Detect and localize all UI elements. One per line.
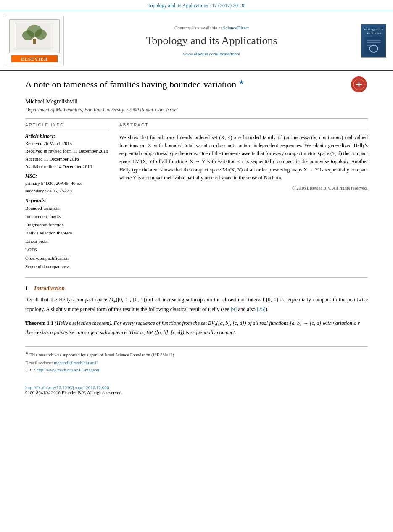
history-received: Received 26 March 2015 bbox=[25, 140, 109, 147]
keyword-2: Independent family bbox=[25, 213, 109, 221]
journal-url: www.elsevier.com/locate/topol bbox=[183, 51, 240, 56]
divider-after-abstract bbox=[25, 277, 368, 278]
elsevier-logo-image bbox=[9, 19, 60, 53]
introduction-section: 1. Introduction Recall that the Helly's … bbox=[25, 285, 368, 338]
history-label: Article history: bbox=[25, 134, 109, 139]
theorem-paren: (Helly's selection theorem). bbox=[55, 320, 112, 326]
title-row: A note on tameness of families having bo… bbox=[25, 79, 368, 95]
section-number: 1. Introduction bbox=[25, 285, 368, 292]
msc-primary: primary 54D30, 26A45, 46-xx bbox=[25, 180, 109, 187]
cover-title-text: Topology and its Applications bbox=[363, 28, 384, 35]
star-marker: ★ bbox=[25, 351, 29, 355]
theorem-1-1: Theorem 1.1 (Helly's selection theorem).… bbox=[25, 319, 368, 338]
journal-header: ELSEVIER Contents lists available at Sci… bbox=[0, 11, 393, 71]
elsevier-label-area: ELSEVIER bbox=[11, 55, 58, 62]
keyword-8: Sequential compactness bbox=[25, 263, 109, 271]
email-link[interactable]: megereli@math.biu.ac.il bbox=[54, 361, 98, 365]
keyword-5: Linear order bbox=[25, 237, 109, 246]
elsevier-stripe: ELSEVIER bbox=[11, 55, 58, 62]
msc-label: MSC: bbox=[25, 174, 109, 179]
msc-secondary: secondary 54F05, 26A48 bbox=[25, 187, 109, 195]
keyword-1: Bounded variation bbox=[25, 204, 109, 213]
keyword-7: Order-compactification bbox=[25, 254, 109, 263]
abstract-column: ABSTRACT We show that for arbitrary line… bbox=[119, 123, 368, 271]
journal-main-title: Topology and its Applications bbox=[146, 34, 277, 47]
footnote-area: ★ This research was supported by a grant… bbox=[25, 346, 368, 374]
elsevier-logo-area: ELSEVIER bbox=[5, 16, 64, 66]
author-affiliation: Department of Mathematics, Bar-Ilan Univ… bbox=[25, 107, 368, 113]
url-link[interactable]: http://www.math.biu.ac.il/~megereli bbox=[37, 368, 101, 372]
intro-paragraph-1: Recall that the Helly's compact space M+… bbox=[25, 295, 368, 313]
issn-line: 0166-8641/© 2016 Elsevier B.V. All right… bbox=[25, 390, 368, 395]
keywords-list: Bounded variation Independent family Fra… bbox=[25, 204, 109, 271]
svg-point-2 bbox=[22, 30, 34, 40]
theorem-label: Theorem 1.1 bbox=[25, 320, 53, 326]
keyword-4: Helly's selection theorem bbox=[25, 229, 109, 237]
divider-after-author bbox=[25, 118, 368, 119]
contents-line: Contents lists available at ScienceDirec… bbox=[174, 25, 249, 30]
history-accepted: Accepted 11 December 2016 bbox=[25, 155, 109, 163]
history-available: Available online 14 December 2016 bbox=[25, 163, 109, 170]
elsevier-name: ELSEVIER bbox=[21, 56, 48, 61]
info-abstract-columns: ARTICLE INFO Article history: Received 2… bbox=[25, 123, 368, 271]
svg-point-3 bbox=[35, 29, 47, 40]
journal-center: Contents lists available at ScienceDirec… bbox=[71, 16, 353, 66]
crossmark-icon bbox=[351, 76, 367, 92]
sciencedirect-link[interactable]: ScienceDirect bbox=[223, 25, 249, 30]
doi-link[interactable]: http://dx.doi.org/10.1016/j.topol.2016.1… bbox=[25, 385, 109, 390]
star-footnote-marker: ★ bbox=[239, 79, 244, 85]
svg-rect-4 bbox=[33, 39, 36, 44]
abstract-header: ABSTRACT bbox=[119, 123, 368, 127]
doi-line: http://dx.doi.org/10.1016/j.topol.2016.1… bbox=[25, 385, 368, 390]
footnote-star: ★ This research was supported by a grant… bbox=[25, 350, 368, 358]
copyright-line: © 2016 Elsevier B.V. All rights reserved… bbox=[119, 185, 368, 190]
article-title: A note on tameness of families having bo… bbox=[25, 79, 351, 91]
history-revised: Received in revised form 11 December 201… bbox=[25, 147, 109, 155]
bottom-links: http://dx.doi.org/10.1016/j.topol.2016.1… bbox=[0, 382, 393, 398]
keywords-label: Keywords: bbox=[25, 198, 109, 203]
article-info-header: ARTICLE INFO bbox=[25, 123, 109, 127]
journal-ref: Topology and its Applications 217 (2017)… bbox=[148, 3, 245, 8]
crossmark-badge[interactable] bbox=[351, 76, 368, 93]
footnote-url: URL: http://www.math.biu.ac.il/~megereli bbox=[25, 367, 368, 374]
journal-cover-right: Topology and its Applications bbox=[359, 16, 388, 66]
journal-topbar: Topology and its Applications 217 (2017)… bbox=[0, 0, 393, 11]
article-content: A note on tameness of families having bo… bbox=[0, 71, 393, 382]
article-info-column: ARTICLE INFO Article history: Received 2… bbox=[25, 123, 109, 271]
abstract-text: We show that for arbitrary linearly orde… bbox=[119, 134, 368, 182]
journal-cover-image: Topology and its Applications bbox=[361, 24, 386, 58]
author-name: Michael Megrelishvili bbox=[25, 98, 368, 105]
keyword-6: LOTS bbox=[25, 246, 109, 254]
keyword-3: Fragmented function bbox=[25, 221, 109, 229]
footnote-email: E-mail address: megereli@math.biu.ac.il bbox=[25, 360, 368, 367]
